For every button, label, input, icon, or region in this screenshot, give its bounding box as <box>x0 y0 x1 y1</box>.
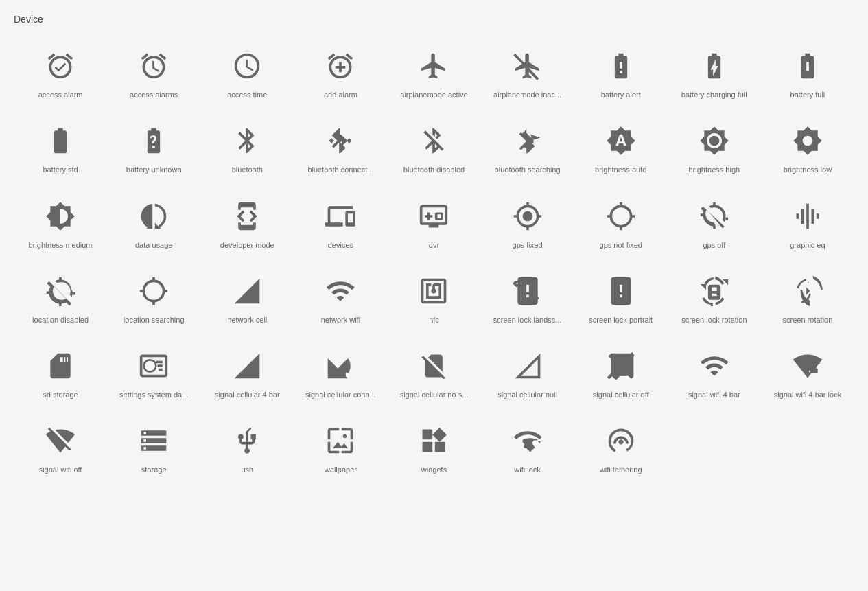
battery-unknown-icon: battery unknown <box>107 113 200 181</box>
bluetooth-disabled-icon <box>417 124 451 158</box>
signal-wifi-off-icon <box>43 424 78 458</box>
icon-label: signal cellular null <box>497 390 557 399</box>
icon-label: brightness low <box>784 165 832 174</box>
icon-label: screen rotation <box>783 315 833 325</box>
brightness-auto-icon <box>604 124 638 158</box>
signal-cellular-4bar-icon: signal cellular 4 bar <box>200 338 294 406</box>
icon-label: nfc <box>429 315 439 325</box>
access-alarm-icon <box>43 49 78 83</box>
wallpaper-icon <box>323 424 357 458</box>
screen-rotation-icon: screen rotation <box>761 264 854 332</box>
wifi-tethering-icon: wifi tethering <box>574 413 668 481</box>
icon-label: add alarm <box>324 90 357 100</box>
battery-std-icon: battery std <box>14 113 107 181</box>
bluetooth-connected-icon <box>323 124 357 158</box>
icon-label: signal cellular 4 bar <box>215 390 280 399</box>
signal-wifi-4bar-icon: signal wifi 4 bar <box>668 338 761 406</box>
icon-label: screen lock landsc... <box>493 315 562 325</box>
data-usage-icon <box>137 199 171 233</box>
usb-icon: usb <box>200 413 294 481</box>
icon-label: access alarms <box>130 90 178 100</box>
network-wifi-icon: network wifi <box>294 264 387 332</box>
access-time-icon: access time <box>200 38 294 106</box>
battery-full-icon <box>790 49 825 83</box>
signal-wifi-off-icon: signal wifi off <box>14 413 107 481</box>
add-alarm-icon <box>323 49 357 83</box>
gps-not-fixed-icon <box>604 199 638 233</box>
airplanemode-active-icon <box>417 49 451 83</box>
signal-wifi-4bar-lock-icon: signal wifi 4 bar lock <box>761 338 854 406</box>
icon-label: bluetooth disabled <box>403 165 465 174</box>
icon-label: signal cellular conn... <box>305 390 376 399</box>
graphic-eq-icon <box>790 199 825 233</box>
bluetooth-searching-icon: bluetooth searching <box>481 113 574 181</box>
graphic-eq-icon: graphic eq <box>761 189 854 257</box>
icon-label: wifi tethering <box>600 465 642 474</box>
developer-mode-icon <box>230 199 264 233</box>
network-cell-icon: network cell <box>200 264 294 332</box>
signal-cellular-connected-icon <box>323 349 357 383</box>
wifi-tethering-icon <box>604 424 638 458</box>
icon-label: battery unknown <box>126 165 182 174</box>
signal-wifi-4bar-lock-icon <box>790 349 825 383</box>
icon-label: signal wifi 4 bar lock <box>774 390 841 399</box>
icon-label: bluetooth connect... <box>307 165 373 174</box>
icon-label: usb <box>241 465 253 474</box>
bluetooth-connected-icon: bluetooth connect... <box>294 113 387 181</box>
icon-label: dvr <box>429 240 439 250</box>
settings-system-daydream-icon: settings system da... <box>107 338 200 406</box>
sd-storage-icon: sd storage <box>14 338 107 406</box>
gps-not-fixed-icon: gps not fixed <box>574 189 668 257</box>
screen-lock-landscape-icon: screen lock landsc... <box>481 264 574 332</box>
icon-label: brightness auto <box>595 165 646 174</box>
gps-fixed-icon <box>511 199 545 233</box>
icon-label: sd storage <box>43 390 78 399</box>
brightness-auto-icon: brightness auto <box>574 113 668 181</box>
battery-unknown-icon <box>137 124 171 158</box>
signal-cellular-off-icon <box>604 349 638 383</box>
brightness-medium-icon: brightness medium <box>14 189 107 257</box>
signal-wifi-4bar-icon <box>697 349 731 383</box>
access-time-icon <box>230 49 264 83</box>
screen-lock-rotation-icon <box>697 274 731 308</box>
bluetooth-searching-icon <box>511 124 545 158</box>
usb-icon <box>230 424 264 458</box>
bluetooth-disabled-icon: bluetooth disabled <box>387 113 480 181</box>
devices-icon <box>323 199 357 233</box>
icon-label: widgets <box>421 465 447 474</box>
icon-label: devices <box>328 240 353 250</box>
icon-label: gps not fixed <box>600 240 642 250</box>
icon-label: battery charging full <box>681 90 747 100</box>
access-alarms-icon <box>137 49 171 83</box>
dvr-icon <box>417 199 451 233</box>
icon-label: wallpaper <box>325 465 357 474</box>
icon-label: battery alert <box>601 90 641 100</box>
wifi-lock-icon: wifi lock <box>481 413 574 481</box>
gps-off-icon <box>697 199 731 233</box>
nfc-icon: nfc <box>387 264 480 332</box>
icon-label: gps off <box>703 240 725 250</box>
dvr-icon: dvr <box>387 189 480 257</box>
developer-mode-icon: developer mode <box>200 189 294 257</box>
brightness-medium-icon <box>43 199 78 233</box>
network-wifi-icon <box>323 274 357 308</box>
screen-lock-rotation-icon: screen lock rotation <box>668 264 761 332</box>
icon-grid: access alarmaccess alarmsaccess timeadd … <box>14 38 854 482</box>
data-usage-icon: data usage <box>107 189 200 257</box>
icon-label: signal cellular off <box>593 390 649 399</box>
icon-label: signal wifi off <box>39 465 82 474</box>
signal-cellular-no-sim-icon <box>417 349 451 383</box>
battery-full-icon: battery full <box>761 38 854 106</box>
icon-label: brightness high <box>689 165 740 174</box>
icon-label: screen lock rotation <box>681 315 747 325</box>
gps-fixed-icon: gps fixed <box>481 189 574 257</box>
battery-alert-icon <box>604 49 638 83</box>
bluetooth-icon <box>230 124 264 158</box>
bluetooth-icon: bluetooth <box>200 113 294 181</box>
sd-storage-icon <box>43 349 78 383</box>
icon-label: battery full <box>790 90 825 100</box>
signal-cellular-off-icon: signal cellular off <box>574 338 668 406</box>
icon-label: location searching <box>124 315 185 325</box>
widgets-icon: widgets <box>387 413 480 481</box>
icon-label: settings system da... <box>119 390 188 399</box>
